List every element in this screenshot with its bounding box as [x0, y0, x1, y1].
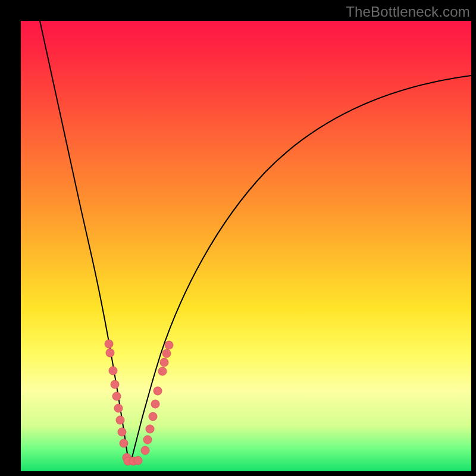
svg-point-3 [111, 380, 119, 389]
svg-point-21 [162, 349, 171, 358]
svg-point-8 [120, 439, 128, 447]
svg-point-2 [109, 367, 117, 375]
svg-point-12 [134, 456, 142, 465]
svg-point-1 [106, 349, 114, 357]
data-dots [105, 340, 173, 465]
curve-layer [21, 21, 471, 471]
curve-right [131, 76, 471, 462]
svg-point-6 [116, 416, 124, 424]
svg-point-20 [160, 358, 168, 367]
watermark-text: TheBottleneck.com [346, 4, 470, 20]
svg-point-16 [149, 412, 157, 421]
svg-point-7 [118, 428, 126, 436]
svg-point-0 [105, 340, 113, 348]
svg-point-5 [114, 404, 123, 412]
svg-point-22 [165, 341, 173, 349]
svg-point-18 [154, 387, 162, 395]
svg-point-17 [151, 400, 159, 408]
svg-point-15 [146, 425, 154, 433]
plot-area [21, 21, 471, 471]
svg-point-13 [141, 446, 149, 455]
svg-point-4 [112, 392, 121, 400]
svg-point-14 [143, 436, 152, 444]
chart-frame: TheBottleneck.com [0, 0, 476, 476]
svg-point-19 [158, 367, 167, 375]
